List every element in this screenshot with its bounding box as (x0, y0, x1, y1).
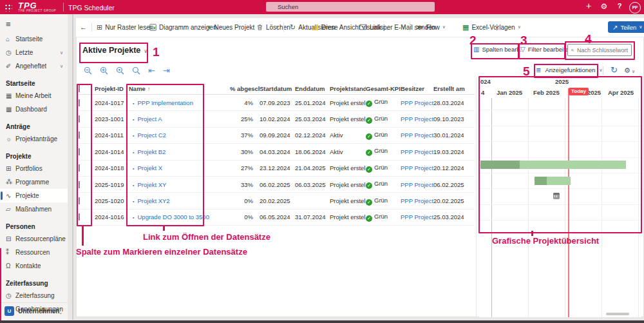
row-select-cell (79, 132, 95, 139)
help-icon[interactable]: ? (614, 2, 625, 10)
created-date-cell: 20.12.2024 (433, 164, 475, 171)
owner-link[interactable]: PPP Project Ma (401, 132, 433, 139)
hamburger-icon[interactable]: ≡ (6, 19, 11, 29)
project-link[interactable]: Projekt B2 (137, 148, 166, 155)
owner-link[interactable]: PPP Project Ma (401, 99, 433, 106)
column-header-Projektstand[interactable]: Projektstand (330, 85, 366, 92)
owner-link[interactable]: PPP Project Ma (401, 115, 433, 122)
edit-filter-button[interactable]: ▽ Filter bearbeiten (520, 46, 572, 53)
gantt-chart[interactable]: 02420254Jan 2025Feb 20252025Apr 2025Toda… (479, 77, 641, 317)
skip-to-end-icon[interactable]: ⇥ (163, 66, 170, 75)
column-header-Gesamt-KPI[interactable]: Gesamt-KPI (366, 85, 401, 92)
owner-link[interactable]: PPP Project Ma (401, 164, 433, 171)
row-checkbox[interactable] (79, 197, 80, 204)
sidebar-section-header: Anträge (0, 116, 68, 132)
excel-icon: ▦ (462, 23, 469, 32)
sidebar-item-portfolios[interactable]: ⊞Portfolios (0, 162, 68, 175)
row-checkbox[interactable] (79, 132, 80, 139)
column-header-% abgeschl...[interactable]: % abgeschl... (230, 85, 260, 92)
sidebar-item-ma-nahmen[interactable]: ▱Maßnahmen (0, 202, 68, 216)
gantt-settings-gear-icon[interactable]: ⚙∨ (624, 66, 635, 75)
project-link[interactable]: Projekt XY2 (137, 197, 169, 204)
add-icon[interactable]: + (583, 1, 594, 11)
row-checkbox[interactable] (79, 99, 80, 106)
gantt-bar[interactable] (535, 177, 571, 185)
sidebar-item-angeheftet[interactable]: ✐Angeheftet∨ (0, 59, 68, 73)
back-button[interactable]: ← (80, 18, 90, 36)
project-link[interactable]: Project C2 (137, 132, 166, 139)
Neues Projekt-button[interactable]: +Neues Projekt (207, 18, 254, 36)
column-header-Erstellt am[interactable]: Erstellt am (433, 85, 475, 92)
gantt-bar[interactable] (480, 161, 626, 169)
sidebar-item-kontakte[interactable]: ΩKontakte (0, 259, 68, 273)
row-checkbox[interactable] (79, 213, 80, 220)
environment-switch-icon[interactable]: ⌃⌄ (59, 309, 62, 314)
milestone-calendar-icon[interactable] (553, 193, 560, 199)
project-link[interactable]: Projekt X (137, 164, 162, 171)
zoom-in-icon[interactable] (100, 66, 108, 75)
row-checkbox[interactable] (79, 148, 80, 155)
sidebar-scrollbar[interactable] (72, 14, 73, 320)
share-button[interactable]: ↗ Teilen ∨ (608, 21, 644, 33)
project-link[interactable]: Project A (137, 115, 162, 122)
Diagramm anzeigen-button[interactable]: Diagramm anzeigen (149, 18, 217, 36)
Flow-button[interactable]: ≫Flow∨ (416, 18, 446, 36)
column-header-Besitzer[interactable]: Besitzer (401, 85, 433, 92)
owner-link[interactable]: PPP Project Ma (401, 213, 433, 220)
more-button[interactable]: ⋮ (493, 18, 503, 36)
sidebar-item-projektantr-ge[interactable]: ☼Projektanträge (0, 132, 68, 146)
keyword-search-input[interactable] (576, 46, 630, 54)
column-header-Enddatum[interactable]: Enddatum (295, 85, 330, 92)
global-search-input[interactable] (266, 2, 435, 12)
display-functions-dropdown[interactable]: ≣ Anzeigefunktionen ∨ (536, 66, 603, 73)
zoom-out-icon[interactable] (84, 66, 92, 75)
sidebar-environment-picker[interactable]: U Unternehmen ⌃⌄ (0, 302, 68, 319)
created-date-cell: 19.03.2024 (433, 148, 475, 155)
refresh-icon[interactable]: ↻ (611, 65, 618, 75)
kpi-cell: ✓Grün (366, 131, 401, 140)
project-name-cell: ▪Project A (129, 115, 230, 122)
sidebar-item-ressourcen[interactable]: ⁑Ressourcen (0, 246, 68, 259)
owner-link[interactable]: PPP Project Ma (401, 148, 433, 155)
percent-cell: 4% (230, 99, 260, 106)
owner-link[interactable]: PPP Project Ma (401, 197, 433, 204)
skip-to-start-icon[interactable]: ⇤ (148, 66, 155, 75)
sidebar-item-ressourcenpl-ne[interactable]: ⊟Ressourcenpläne (0, 232, 68, 246)
gantt-horizontal-scrollbar[interactable] (606, 313, 629, 315)
gantt-row-gridline (479, 110, 641, 110)
column-header-select[interactable] (79, 85, 95, 92)
refresh-icon: ↻ (290, 23, 296, 32)
app-title: TPG Scheduler (68, 4, 115, 12)
sidebar-item-dashboard[interactable]: ▦Dashboard (0, 103, 68, 116)
edit-columns-button[interactable]: ▥ Spalten bearb. (473, 46, 522, 53)
overflow-chevron-icon[interactable]: ∨ (273, 18, 279, 36)
sidebar-item-programme[interactable]: ⁂Programme (0, 175, 68, 189)
row-checkbox[interactable] (79, 164, 80, 171)
sidebar-item-meine-arbeit[interactable]: ▦Meine Arbeit (0, 89, 68, 103)
view-selector[interactable]: Aktive Projekte∨ (82, 46, 147, 55)
zoom-search-icon[interactable] (132, 66, 140, 75)
project-link[interactable]: Projekt XY (137, 181, 166, 188)
owner-link[interactable]: PPP Project Ma (401, 181, 433, 188)
select-all-checkbox[interactable] (79, 85, 80, 92)
zoom-fit-icon[interactable] (116, 66, 124, 75)
column-header-Projekt-ID[interactable]: Projekt-ID (95, 85, 129, 92)
avatar[interactable]: PP (629, 2, 641, 14)
Nur Raster lesen-button[interactable]: ⊞Nur Raster lesen (97, 18, 153, 36)
sidebar-item-letzte[interactable]: ◷Letzte∨ (0, 46, 68, 59)
row-select-cell (79, 148, 95, 155)
row-checkbox[interactable] (79, 181, 80, 188)
start-date-cell: 10.02.2024 (260, 115, 295, 122)
sidebar-item-zeiterfassung[interactable]: ◷Zeiterfassung (0, 289, 68, 302)
sidebar-item-projekte[interactable]: ∿Projekte (0, 189, 68, 202)
gear-icon[interactable]: ⚙ (599, 2, 609, 11)
keyword-search-box[interactable]: ⌕ (567, 44, 632, 56)
project-link[interactable]: PPP Implementation (137, 99, 193, 106)
column-header-Name[interactable]: Name↑ (129, 85, 230, 92)
overflow-chevron-icon[interactable]: ∨ (399, 18, 405, 36)
row-checkbox[interactable] (79, 115, 80, 122)
column-header-Startdatum[interactable]: Startdatum (260, 85, 295, 92)
sidebar-item-startseite[interactable]: ⌂Startseite (0, 32, 68, 46)
project-link[interactable]: Upgrade DO 3000 to 3500 (137, 213, 209, 220)
waffle-menu-icon[interactable] (4, 3, 12, 12)
